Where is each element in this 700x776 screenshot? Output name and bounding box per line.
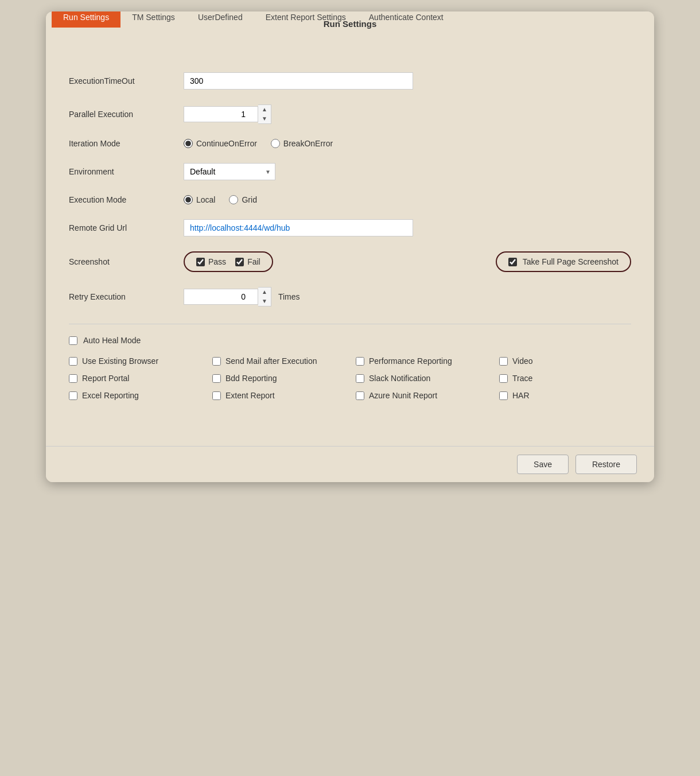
screenshot-fail-checkbox[interactable] (235, 258, 244, 266)
send-mail-label: Send Mail after Execution (225, 356, 317, 366)
screenshot-pass-label: Pass (208, 257, 226, 266)
content-area: ExecutionTimeOut Parallel Execution ▲ ▼ … (46, 55, 654, 446)
har-checkbox[interactable] (499, 391, 508, 400)
tab-userdefined[interactable]: UserDefined (186, 11, 254, 28)
divider (69, 324, 631, 324)
grid-mode-label: Grid (242, 195, 256, 204)
retry-times-label: Times (278, 292, 300, 301)
auto-heal-label: Auto Heal Mode (83, 336, 141, 345)
take-fullpage-checkbox[interactable] (508, 258, 517, 266)
screenshot-pass-fail-group: Pass Fail (184, 251, 273, 272)
parallel-execution-buttons: ▲ ▼ (258, 104, 271, 124)
execution-mode-row: Execution Mode Local Grid (69, 195, 631, 204)
parallel-decrement-button[interactable]: ▼ (258, 114, 271, 123)
extent-report-checkbox[interactable] (212, 391, 221, 400)
checkbox-azure-nunit[interactable]: Azure Nunit Report (356, 391, 488, 400)
extent-report-label: Extent Report (225, 391, 275, 400)
retry-decrement-button[interactable]: ▼ (258, 297, 271, 306)
bdd-reporting-checkbox[interactable] (212, 374, 221, 383)
trace-checkbox[interactable] (499, 374, 508, 383)
iteration-mode-radio-group: ContinueOnError BreakOnError (184, 139, 333, 148)
parallel-execution-label: Parallel Execution (69, 110, 184, 119)
azure-nunit-checkbox[interactable] (356, 391, 364, 400)
checkbox-report-portal[interactable]: Report Portal (69, 374, 201, 383)
checkbox-har[interactable]: HAR (499, 391, 631, 400)
excel-reporting-checkbox[interactable] (69, 391, 77, 400)
main-window: Run Settings Run Settings TM Settings Us… (46, 11, 654, 482)
checkbox-extent-report[interactable]: Extent Report (212, 391, 344, 400)
checkbox-send-mail[interactable]: Send Mail after Execution (212, 356, 344, 366)
auto-heal-row: Auto Heal Mode (69, 336, 631, 345)
continue-on-error-option[interactable]: ContinueOnError (184, 139, 257, 148)
har-label: HAR (512, 391, 530, 400)
iteration-mode-label: Iteration Mode (69, 139, 184, 148)
checkbox-performance-reporting[interactable]: Performance Reporting (356, 356, 488, 366)
parallel-execution-spinner: ▲ ▼ (184, 104, 271, 124)
video-checkbox[interactable] (499, 357, 508, 366)
grid-mode-radio[interactable] (229, 195, 238, 204)
bdd-reporting-label: Bdd Reporting (225, 374, 277, 383)
take-fullpage-option[interactable]: Take Full Page Screenshot (496, 251, 631, 272)
parallel-execution-row: Parallel Execution ▲ ▼ (69, 104, 631, 124)
report-portal-checkbox[interactable] (69, 374, 77, 383)
azure-nunit-label: Azure Nunit Report (369, 391, 437, 400)
slack-notification-checkbox[interactable] (356, 374, 364, 383)
continue-on-error-label: ContinueOnError (196, 139, 257, 148)
checkbox-video[interactable]: Video (499, 356, 631, 366)
screenshot-fail-option[interactable]: Fail (235, 257, 260, 266)
iteration-mode-row: Iteration Mode ContinueOnError BreakOnEr… (69, 139, 631, 148)
execution-mode-label: Execution Mode (69, 195, 184, 204)
execution-timeout-input[interactable] (184, 72, 413, 90)
screenshot-pass-checkbox[interactable] (196, 258, 205, 266)
local-mode-option[interactable]: Local (184, 195, 215, 204)
parallel-execution-input[interactable] (184, 106, 258, 122)
checkbox-excel-reporting[interactable]: Excel Reporting (69, 391, 201, 400)
checkbox-trace[interactable]: Trace (499, 374, 631, 383)
title-bar: Run Settings Run Settings TM Settings Us… (46, 11, 654, 28)
excel-reporting-label: Excel Reporting (82, 391, 139, 400)
checkbox-bdd-reporting[interactable]: Bdd Reporting (212, 374, 344, 383)
restore-button[interactable]: Restore (575, 455, 637, 474)
break-on-error-label: BreakOnError (283, 139, 333, 148)
send-mail-checkbox[interactable] (212, 357, 221, 366)
environment-label: Environment (69, 167, 184, 176)
performance-reporting-label: Performance Reporting (369, 356, 452, 366)
break-on-error-radio[interactable] (271, 139, 280, 148)
execution-mode-radio-group: Local Grid (184, 195, 257, 204)
environment-select[interactable]: Default Staging Production (184, 163, 275, 180)
use-existing-browser-checkbox[interactable] (69, 357, 77, 366)
tab-bar: Run Settings TM Settings UserDefined Ext… (46, 11, 654, 28)
checkbox-use-existing-browser[interactable]: Use Existing Browser (69, 356, 201, 366)
save-button[interactable]: Save (517, 455, 569, 474)
performance-reporting-checkbox[interactable] (356, 357, 364, 366)
video-label: Video (512, 356, 533, 366)
parallel-increment-button[interactable]: ▲ (258, 105, 271, 114)
remote-grid-url-input[interactable] (184, 219, 413, 236)
local-mode-label: Local (196, 195, 215, 204)
grid-mode-option[interactable]: Grid (229, 195, 256, 204)
environment-row: Environment Default Staging Production ▼ (69, 163, 631, 180)
slack-notification-label: Slack Notification (369, 374, 430, 383)
tab-extent-report[interactable]: Extent Report Settings (254, 11, 357, 28)
remote-grid-url-row: Remote Grid Url (69, 219, 631, 236)
tab-authenticate-context[interactable]: Authenticate Context (357, 11, 455, 28)
tab-run-settings[interactable]: Run Settings (52, 11, 120, 28)
break-on-error-option[interactable]: BreakOnError (271, 139, 333, 148)
execution-timeout-row: ExecutionTimeOut (69, 72, 631, 90)
take-fullpage-label: Take Full Page Screenshot (523, 257, 619, 266)
screenshot-pass-option[interactable]: Pass (196, 257, 226, 266)
continue-on-error-radio[interactable] (184, 139, 193, 148)
retry-execution-input[interactable] (184, 289, 258, 305)
execution-timeout-label: ExecutionTimeOut (69, 76, 184, 86)
retry-execution-buttons: ▲ ▼ (258, 287, 271, 306)
tab-tm-settings[interactable]: TM Settings (120, 11, 186, 28)
remote-grid-url-label: Remote Grid Url (69, 223, 184, 232)
retry-execution-row: Retry Execution ▲ ▼ Times (69, 287, 631, 306)
retry-increment-button[interactable]: ▲ (258, 288, 271, 297)
checkbox-grid: Use Existing Browser Send Mail after Exe… (69, 356, 631, 400)
local-mode-radio[interactable] (184, 195, 193, 204)
checkbox-slack-notification[interactable]: Slack Notification (356, 374, 488, 383)
environment-select-wrapper: Default Staging Production ▼ (184, 163, 275, 180)
auto-heal-checkbox[interactable] (69, 336, 77, 345)
retry-execution-spinner: ▲ ▼ (184, 287, 271, 306)
